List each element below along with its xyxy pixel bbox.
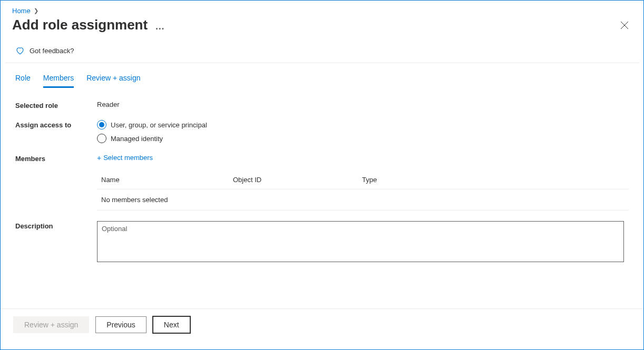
description-input[interactable] (97, 221, 624, 262)
plus-icon: + (97, 154, 101, 162)
feedback-link[interactable]: Got feedback? (1, 41, 643, 63)
tab-members[interactable]: Members (43, 74, 74, 88)
radio-managed-identity[interactable]: Managed identity (97, 134, 629, 143)
content-scroll[interactable]: Role Members Review + assign Selected ro… (1, 63, 643, 308)
members-label: Members (15, 154, 97, 163)
tab-role[interactable]: Role (15, 74, 31, 88)
horizontal-scrollbar[interactable] (1, 341, 643, 349)
assign-access-label: Assign access to (15, 120, 97, 129)
table-row: No members selected (97, 189, 629, 211)
column-name: Name (101, 176, 233, 184)
assign-access-radio-group: User, group, or service principal Manage… (97, 120, 629, 143)
table-header: Name Object ID Type (97, 171, 629, 189)
next-button[interactable]: Next (153, 316, 190, 333)
close-button[interactable] (617, 18, 632, 33)
members-table: Name Object ID Type No members selected (97, 171, 629, 211)
review-assign-button[interactable]: Review + assign (13, 316, 89, 333)
column-type: Type (362, 176, 625, 184)
radio-icon (97, 134, 106, 143)
tab-strip: Role Members Review + assign (5, 63, 639, 88)
selected-role-label: Selected role (15, 101, 97, 109)
tab-review[interactable]: Review + assign (86, 74, 140, 88)
radio-user-group-label: User, group, or service principal (111, 121, 207, 129)
breadcrumb: Home ❯ (1, 1, 643, 17)
more-actions-icon[interactable]: … (155, 21, 165, 32)
description-label: Description (15, 221, 97, 230)
radio-icon (97, 120, 106, 129)
select-members-link[interactable]: + Select members (97, 154, 153, 162)
close-icon (620, 21, 629, 29)
table-empty-message: No members selected (101, 196, 168, 204)
feedback-label: Got feedback? (30, 47, 74, 55)
select-members-label: Select members (103, 154, 153, 162)
radio-user-group[interactable]: User, group, or service principal (97, 120, 629, 129)
page-title: Add role assignment (12, 17, 148, 33)
radio-managed-identity-label: Managed identity (111, 135, 163, 143)
previous-button[interactable]: Previous (95, 316, 146, 333)
breadcrumb-home[interactable]: Home (12, 7, 31, 15)
footer-actions: Review + assign Previous Next (1, 308, 643, 341)
selected-role-value: Reader (97, 101, 629, 108)
column-object-id: Object ID (233, 176, 362, 184)
heart-icon (15, 46, 25, 55)
chevron-right-icon: ❯ (34, 7, 38, 14)
